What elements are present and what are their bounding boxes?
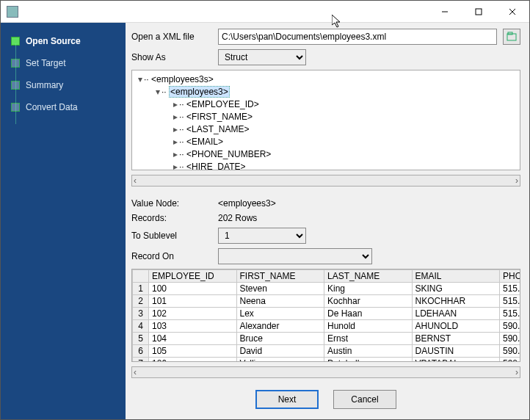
tree-scrollbar[interactable]: ‹›	[131, 175, 520, 187]
cell: 515.123.4569	[500, 307, 521, 319]
app-icon	[7, 6, 18, 18]
cell: Steven	[236, 282, 324, 294]
cell: Austin	[324, 344, 413, 357]
wizard-sidebar: Open Source Set Target Summary Convert D…	[1, 23, 126, 419]
table-row[interactable]: 2101NeenaKochharNKOCHHAR515.123.4568198	[133, 294, 521, 307]
show-as-label: Show As	[131, 52, 212, 62]
step-summary[interactable]: Summary	[1, 74, 126, 96]
row-number: 6	[133, 344, 149, 357]
cell: SKING	[412, 282, 500, 294]
cell: NKOCHHAR	[412, 294, 500, 307]
cell: Hunold	[324, 319, 413, 332]
minimize-button[interactable]	[428, 1, 462, 23]
column-header[interactable]: EMAIL	[412, 269, 500, 282]
table-row[interactable]: 6105DavidAustinDAUSTIN590.423.4569199	[133, 344, 521, 357]
column-header[interactable]: EMPLOYEE_ID	[149, 269, 237, 282]
step-label: Set Target	[26, 58, 65, 68]
step-open-source[interactable]: Open Source	[1, 30, 126, 52]
browse-button[interactable]	[503, 29, 520, 45]
cell: David	[236, 344, 324, 357]
cell: 106	[149, 357, 237, 362]
close-button[interactable]	[495, 1, 529, 23]
cell: 590.423.4567	[500, 319, 521, 332]
file-path-input[interactable]	[218, 29, 497, 45]
cancel-button[interactable]: Cancel	[333, 390, 396, 409]
cell: Neena	[236, 294, 324, 307]
cell: 515.123.4568	[500, 294, 521, 307]
column-header[interactable]: PHONE_NUMBER	[500, 269, 521, 282]
to-sublevel-select[interactable]: 1	[218, 228, 306, 244]
cell: 103	[149, 319, 237, 332]
record-on-label: Record On	[131, 251, 212, 261]
row-number: 7	[133, 357, 149, 362]
value-node-label: Value Node:	[131, 198, 212, 209]
row-number: 4	[133, 319, 149, 332]
cell: Pataballa	[324, 357, 413, 362]
cell: 100	[149, 282, 237, 294]
column-header[interactable]: FIRST_NAME	[236, 269, 324, 282]
table-row[interactable]: 7106ValliPataballaVPATABAL590.423.456019…	[133, 357, 521, 362]
cell: 105	[149, 344, 237, 357]
record-on-select[interactable]	[218, 248, 372, 264]
preview-grid[interactable]: EMPLOYEE_IDFIRST_NAMELAST_NAMEEMAILPHONE…	[131, 269, 520, 362]
cell: LDEHAAN	[412, 307, 500, 319]
open-file-label: Open a XML file	[131, 32, 212, 42]
value-node-value: <employees3>	[218, 198, 276, 209]
table-row[interactable]: 4103AlexanderHunoldAHUNOLD590.423.456719…	[133, 319, 521, 332]
svg-rect-1	[476, 9, 482, 15]
cell: 104	[149, 332, 237, 344]
row-number-header	[133, 269, 149, 282]
cell: 102	[149, 307, 237, 319]
next-button[interactable]: Next	[255, 390, 319, 409]
cell: BERNST	[412, 332, 500, 344]
cell: Ernst	[324, 332, 413, 344]
row-number: 1	[133, 282, 149, 294]
cell: 515.123.4567	[500, 282, 521, 294]
cell: DAUSTIN	[412, 344, 500, 357]
row-number: 5	[133, 332, 149, 344]
step-convert-data[interactable]: Convert Data	[1, 96, 126, 118]
step-label: Summary	[26, 80, 63, 90]
step-set-target[interactable]: Set Target	[1, 52, 126, 74]
show-as-select[interactable]: Struct	[218, 49, 306, 65]
to-sublevel-label: To Sublevel	[131, 231, 212, 241]
step-label: Open Source	[26, 36, 81, 46]
cell: 101	[149, 294, 237, 307]
records-label: Records:	[131, 213, 212, 223]
cell: De Haan	[324, 307, 413, 319]
cell: 590.423.4569	[500, 344, 521, 357]
table-row[interactable]: 1100StevenKingSKING515.123.4567198	[133, 282, 521, 294]
cell: VPATABAL	[412, 357, 500, 362]
titlebar	[1, 1, 529, 23]
xml-tree[interactable]: ▾·· <employees3s> ▾·· <employees3> ▸·· <…	[131, 70, 520, 170]
cell: 590.423.4560	[500, 357, 521, 362]
row-number: 3	[133, 307, 149, 319]
step-label: Convert Data	[26, 102, 78, 112]
browse-icon	[507, 32, 517, 42]
cell: Valli	[236, 357, 324, 362]
row-number: 2	[133, 294, 149, 307]
cell: AHUNOLD	[412, 319, 500, 332]
cell: Kochhar	[324, 294, 413, 307]
table-row[interactable]: 3102LexDe HaanLDEHAAN515.123.4569199	[133, 307, 521, 319]
cell: Alexander	[236, 319, 324, 332]
records-value: 202 Rows	[218, 213, 257, 223]
cell: Lex	[236, 307, 324, 319]
table-row[interactable]: 5104BruceErnstBERNST590.423.4568199	[133, 332, 521, 344]
column-header[interactable]: LAST_NAME	[324, 269, 413, 282]
maximize-button[interactable]	[462, 1, 495, 23]
tree-selected-node: <employees3>	[169, 86, 230, 98]
cell: Bruce	[236, 332, 324, 344]
grid-scrollbar[interactable]: ‹›	[131, 366, 520, 378]
cell: King	[324, 282, 413, 294]
cell: 590.423.4568	[500, 332, 521, 344]
